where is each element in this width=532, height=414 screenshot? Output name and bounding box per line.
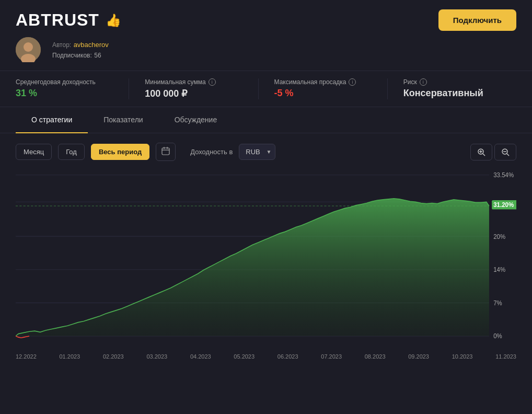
subscribers-label: Подписчиков: (52, 52, 92, 59)
title-block: ABTRUST 👍 (16, 10, 121, 30)
svg-text:20%: 20% (493, 233, 505, 239)
svg-text:14%: 14% (493, 266, 505, 273)
stat-min-sum: Минимальная сумма i 100 000 ₽ (129, 78, 258, 99)
calendar-button[interactable] (156, 143, 176, 161)
x-label-10: 10.2023 (452, 353, 473, 360)
x-label-11: 11.2023 (495, 353, 516, 360)
svg-rect-3 (162, 148, 169, 155)
chart-wrapper: 33.54% 31.20% 31.20% 20% 14% 7% 0% 12.20… (16, 170, 516, 348)
stat-annual-yield-label: Среднегодовая доходность (16, 78, 113, 86)
period-all-button[interactable]: Весь период (91, 144, 149, 160)
currency-select[interactable]: RUB USD EUR (239, 144, 275, 160)
app-title: ABTRUST (16, 10, 99, 30)
x-label-4: 04.2023 (190, 353, 211, 360)
svg-text:31.20%: 31.20% (493, 201, 514, 208)
svg-line-8 (483, 154, 485, 156)
x-axis-labels: 12.2022 01.2023 02.2023 03.2023 04.2023 … (16, 350, 516, 360)
svg-line-12 (507, 154, 509, 156)
author-section: Автор: avbacherov Подписчиков: 56 (0, 37, 532, 71)
x-label-3: 03.2023 (146, 353, 167, 360)
x-label-2: 02.2023 (103, 353, 124, 360)
app-container: ABTRUST 👍 Подключить Автор: avbacherov П… (0, 0, 532, 414)
x-label-0: 12.2022 (16, 353, 37, 360)
author-name[interactable]: avbacherov (74, 41, 109, 49)
controls-row: Месяц Год Весь период Доходность в RUB U… (0, 133, 532, 170)
x-label-7: 07.2023 (321, 353, 342, 360)
stat-max-drawdown-value: -5 % (274, 88, 372, 99)
stat-risk-label: Риск i (403, 78, 501, 86)
chart-svg: 33.54% 31.20% 31.20% 20% 14% 7% 0% (16, 170, 516, 348)
stat-annual-yield-value: 31 % (16, 88, 113, 99)
header: ABTRUST 👍 Подключить (0, 0, 532, 37)
info-icon-risk[interactable]: i (420, 78, 427, 86)
stat-min-sum-value: 100 000 ₽ (145, 88, 242, 99)
zoom-out-button[interactable] (494, 144, 516, 160)
author-label-row: Автор: avbacherov (52, 40, 109, 49)
yield-label: Доходность в (190, 148, 233, 156)
thumbs-up-icon: 👍 (106, 13, 121, 28)
stats-bar: Среднегодовая доходность 31 % Минимальна… (0, 71, 532, 107)
info-icon-drawdown[interactable]: i (349, 78, 356, 86)
subscribers-row: Подписчиков: 56 (52, 50, 109, 60)
stat-risk-value: Консервативный (403, 88, 501, 99)
x-label-1: 01.2023 (59, 353, 80, 360)
info-icon-min-sum[interactable]: i (209, 78, 216, 86)
tabs-section: О стратегии Показатели Обсуждение (0, 107, 532, 133)
stat-risk: Риск i Консервативный (388, 78, 516, 99)
connect-button[interactable]: Подключить (438, 9, 516, 31)
x-label-6: 06.2023 (277, 353, 298, 360)
svg-text:7%: 7% (493, 299, 502, 306)
x-label-8: 08.2023 (365, 353, 386, 360)
period-month-button[interactable]: Месяц (16, 144, 52, 160)
stat-max-drawdown: Максимальная просадка i -5 % (259, 78, 388, 99)
tab-strategy[interactable]: О стратегии (16, 107, 88, 133)
author-info: Автор: avbacherov Подписчиков: 56 (52, 40, 109, 60)
stat-annual-yield: Среднегодовая доходность 31 % (16, 78, 129, 99)
tab-discussion[interactable]: Обсуждение (159, 107, 233, 133)
x-label-5: 05.2023 (234, 353, 255, 360)
header-left: ABTRUST 👍 (16, 10, 121, 30)
avatar (16, 37, 41, 62)
stat-max-drawdown-label: Максимальная просадка i (274, 78, 372, 86)
currency-wrapper: RUB USD EUR ▼ (239, 144, 275, 160)
svg-text:33.54%: 33.54% (493, 171, 514, 178)
x-label-9: 09.2023 (408, 353, 429, 360)
svg-text:0%: 0% (493, 332, 502, 339)
zoom-in-button[interactable] (470, 144, 492, 160)
period-year-button[interactable]: Год (58, 144, 85, 160)
subscribers-count: 56 (94, 52, 101, 59)
stat-min-sum-label: Минимальная сумма i (145, 78, 242, 86)
chart-area: 33.54% 31.20% 31.20% 20% 14% 7% 0% 12.20… (0, 170, 532, 359)
author-label: Автор: (52, 41, 71, 49)
tab-indicators[interactable]: Показатели (88, 107, 158, 133)
zoom-buttons (470, 144, 516, 160)
svg-point-1 (24, 42, 33, 52)
